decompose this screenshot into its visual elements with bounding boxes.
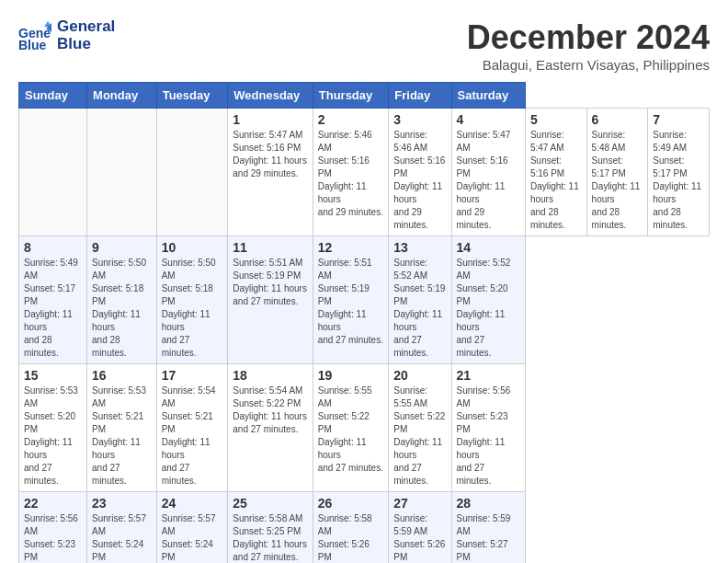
calendar-week-row: 22 Sunrise: 5:56 AM Sunset: 5:23 PM Dayl… <box>19 492 710 564</box>
day-cell: 6 Sunrise: 5:48 AM Sunset: 5:17 PM Dayli… <box>586 109 648 236</box>
day-cell: 21 Sunrise: 5:56 AM Sunset: 5:23 PM Dayl… <box>451 364 525 492</box>
day-number: 6 <box>592 112 643 127</box>
day-cell: 18 Sunrise: 5:54 AM Sunset: 5:22 PM Dayl… <box>228 364 313 492</box>
day-number: 2 <box>318 112 384 127</box>
day-cell: 23 Sunrise: 5:57 AM Sunset: 5:24 PM Dayl… <box>87 492 157 564</box>
day-info: Sunrise: 5:55 AM Sunset: 5:22 PM Dayligh… <box>318 385 384 475</box>
day-cell: 11 Sunrise: 5:51 AM Sunset: 5:19 PM Dayl… <box>228 236 313 364</box>
day-number: 8 <box>24 240 82 255</box>
day-info: Sunrise: 5:59 AM Sunset: 5:26 PM Dayligh… <box>393 512 446 563</box>
day-number: 16 <box>92 368 152 383</box>
day-cell: 14 Sunrise: 5:52 AM Sunset: 5:20 PM Dayl… <box>451 236 525 364</box>
day-info: Sunrise: 5:54 AM Sunset: 5:22 PM Dayligh… <box>233 385 307 436</box>
day-number: 14 <box>457 240 520 255</box>
day-number: 1 <box>233 112 307 127</box>
day-info: Sunrise: 5:52 AM Sunset: 5:19 PM Dayligh… <box>393 257 446 360</box>
day-cell: 28 Sunrise: 5:59 AM Sunset: 5:27 PM Dayl… <box>451 492 525 564</box>
day-info: Sunrise: 5:49 AM Sunset: 5:17 PM Dayligh… <box>24 257 82 360</box>
day-cell: 12 Sunrise: 5:51 AM Sunset: 5:19 PM Dayl… <box>313 236 389 364</box>
weekday-header: Friday <box>389 83 451 109</box>
day-info: Sunrise: 5:47 AM Sunset: 5:16 PM Dayligh… <box>457 129 520 232</box>
day-info: Sunrise: 5:54 AM Sunset: 5:21 PM Dayligh… <box>162 385 223 488</box>
day-info: Sunrise: 5:50 AM Sunset: 5:18 PM Dayligh… <box>92 257 152 360</box>
day-cell: 19 Sunrise: 5:55 AM Sunset: 5:22 PM Dayl… <box>313 364 389 492</box>
day-info: Sunrise: 5:55 AM Sunset: 5:22 PM Dayligh… <box>393 385 446 488</box>
day-info: Sunrise: 5:46 AM Sunset: 5:16 PM Dayligh… <box>393 129 446 232</box>
day-cell: 5 Sunrise: 5:47 AM Sunset: 5:16 PM Dayli… <box>525 109 586 236</box>
day-number: 5 <box>530 112 582 127</box>
day-info: Sunrise: 5:47 AM Sunset: 5:16 PM Dayligh… <box>530 129 582 232</box>
day-number: 9 <box>92 240 152 255</box>
empty-cell <box>19 109 87 236</box>
svg-text:Blue: Blue <box>18 38 47 52</box>
day-cell: 16 Sunrise: 5:53 AM Sunset: 5:21 PM Dayl… <box>87 364 157 492</box>
day-info: Sunrise: 5:57 AM Sunset: 5:24 PM Dayligh… <box>162 512 223 563</box>
logo: General Blue General Blue <box>18 18 115 52</box>
day-number: 3 <box>393 112 446 127</box>
empty-cell <box>156 109 228 236</box>
weekday-header: Saturday <box>451 83 525 109</box>
title-block: December 2024 Balagui, Eastern Visayas, … <box>467 18 710 73</box>
day-number: 26 <box>318 496 384 511</box>
weekday-header: Monday <box>87 83 157 109</box>
day-number: 18 <box>233 368 307 383</box>
empty-cell <box>87 109 157 236</box>
day-number: 12 <box>318 240 384 255</box>
day-cell: 24 Sunrise: 5:57 AM Sunset: 5:24 PM Dayl… <box>156 492 228 564</box>
day-info: Sunrise: 5:53 AM Sunset: 5:21 PM Dayligh… <box>92 385 152 488</box>
day-number: 24 <box>162 496 223 511</box>
day-info: Sunrise: 5:56 AM Sunset: 5:23 PM Dayligh… <box>457 385 520 488</box>
day-info: Sunrise: 5:50 AM Sunset: 5:18 PM Dayligh… <box>162 257 223 360</box>
day-info: Sunrise: 5:57 AM Sunset: 5:24 PM Dayligh… <box>92 512 152 563</box>
day-number: 10 <box>162 240 223 255</box>
day-number: 7 <box>653 112 704 127</box>
day-cell: 26 Sunrise: 5:58 AM Sunset: 5:26 PM Dayl… <box>313 492 389 564</box>
location: Balagui, Eastern Visayas, Philippines <box>467 57 710 73</box>
day-number: 23 <box>92 496 152 511</box>
day-cell: 25 Sunrise: 5:58 AM Sunset: 5:25 PM Dayl… <box>228 492 313 564</box>
logo-icon: General Blue <box>18 19 51 52</box>
day-number: 15 <box>24 368 82 383</box>
calendar-week-row: 15 Sunrise: 5:53 AM Sunset: 5:20 PM Dayl… <box>19 364 710 492</box>
day-cell: 9 Sunrise: 5:50 AM Sunset: 5:18 PM Dayli… <box>87 236 157 364</box>
day-cell: 3 Sunrise: 5:46 AM Sunset: 5:16 PM Dayli… <box>389 109 451 236</box>
weekday-header: Tuesday <box>156 83 228 109</box>
day-info: Sunrise: 5:58 AM Sunset: 5:25 PM Dayligh… <box>233 512 307 563</box>
day-info: Sunrise: 5:53 AM Sunset: 5:20 PM Dayligh… <box>24 385 82 488</box>
calendar-week-row: 8 Sunrise: 5:49 AM Sunset: 5:17 PM Dayli… <box>19 236 710 364</box>
day-cell: 7 Sunrise: 5:49 AM Sunset: 5:17 PM Dayli… <box>648 109 710 236</box>
calendar-week-row: 1 Sunrise: 5:47 AM Sunset: 5:16 PM Dayli… <box>19 109 710 236</box>
calendar-table: SundayMondayTuesdayWednesdayThursdayFrid… <box>18 82 710 563</box>
weekday-header: Thursday <box>313 83 389 109</box>
weekday-header-row: SundayMondayTuesdayWednesdayThursdayFrid… <box>19 83 710 109</box>
day-info: Sunrise: 5:56 AM Sunset: 5:23 PM Dayligh… <box>24 512 82 563</box>
day-cell: 20 Sunrise: 5:55 AM Sunset: 5:22 PM Dayl… <box>389 364 451 492</box>
day-info: Sunrise: 5:52 AM Sunset: 5:20 PM Dayligh… <box>457 257 520 360</box>
day-info: Sunrise: 5:59 AM Sunset: 5:27 PM Dayligh… <box>457 512 520 563</box>
day-number: 25 <box>233 496 307 511</box>
day-number: 20 <box>393 368 446 383</box>
month-title: December 2024 <box>467 18 710 57</box>
day-number: 17 <box>162 368 223 383</box>
day-cell: 15 Sunrise: 5:53 AM Sunset: 5:20 PM Dayl… <box>19 364 87 492</box>
day-cell: 22 Sunrise: 5:56 AM Sunset: 5:23 PM Dayl… <box>19 492 87 564</box>
logo-text-line2: Blue <box>57 36 91 53</box>
day-info: Sunrise: 5:49 AM Sunset: 5:17 PM Dayligh… <box>653 129 704 232</box>
day-number: 13 <box>393 240 446 255</box>
day-info: Sunrise: 5:51 AM Sunset: 5:19 PM Dayligh… <box>233 257 307 308</box>
day-cell: 4 Sunrise: 5:47 AM Sunset: 5:16 PM Dayli… <box>451 109 525 236</box>
day-info: Sunrise: 5:47 AM Sunset: 5:16 PM Dayligh… <box>233 129 307 180</box>
day-number: 28 <box>457 496 520 511</box>
day-info: Sunrise: 5:46 AM Sunset: 5:16 PM Dayligh… <box>318 129 384 219</box>
weekday-header: Sunday <box>19 83 87 109</box>
day-number: 21 <box>457 368 520 383</box>
day-number: 11 <box>233 240 307 255</box>
day-number: 22 <box>24 496 82 511</box>
day-cell: 2 Sunrise: 5:46 AM Sunset: 5:16 PM Dayli… <box>313 109 389 236</box>
day-info: Sunrise: 5:58 AM Sunset: 5:26 PM Dayligh… <box>318 512 384 563</box>
day-cell: 17 Sunrise: 5:54 AM Sunset: 5:21 PM Dayl… <box>156 364 228 492</box>
day-info: Sunrise: 5:51 AM Sunset: 5:19 PM Dayligh… <box>318 257 384 347</box>
day-cell: 13 Sunrise: 5:52 AM Sunset: 5:19 PM Dayl… <box>389 236 451 364</box>
day-cell: 1 Sunrise: 5:47 AM Sunset: 5:16 PM Dayli… <box>228 109 313 236</box>
day-cell: 8 Sunrise: 5:49 AM Sunset: 5:17 PM Dayli… <box>19 236 87 364</box>
